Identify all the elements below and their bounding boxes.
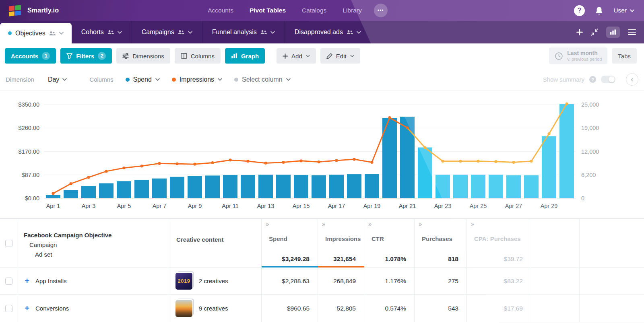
hierarchy-level-2: Ad set <box>35 250 168 259</box>
series-color-dot <box>126 78 130 82</box>
filters-count-badge: 2 <box>98 52 106 60</box>
summary-value: $3,249.28 <box>282 255 310 263</box>
tab-label: Funnel analysis <box>212 29 257 36</box>
people-icon <box>107 30 114 35</box>
tab-disapproved-ads[interactable]: Disapproved ads <box>285 21 371 43</box>
edit-button[interactable]: Edit <box>320 48 360 64</box>
help-tooltip-icon[interactable]: ? <box>589 76 596 83</box>
svg-text:Apr 17: Apr 17 <box>328 203 345 209</box>
tab-label: Objectives <box>15 30 45 37</box>
smartly-pivot-tables-page: Smartly.io AccountsPivot TablesCatalogsL… <box>0 0 644 323</box>
menu-hamburger-icon[interactable] <box>628 29 636 35</box>
expand-row-icon[interactable]: + <box>24 304 30 313</box>
smartly-logo-icon[interactable] <box>9 5 21 16</box>
nav-item-pivot-tables[interactable]: Pivot Tables <box>250 7 286 14</box>
user-menu[interactable]: User <box>613 7 634 14</box>
column-header-ctr: »CTR1.078% <box>364 219 415 267</box>
svg-text:$87.00: $87.00 <box>22 172 39 178</box>
clock-icon <box>555 52 563 60</box>
column-expand-icon[interactable]: » <box>322 220 325 227</box>
chart-area[interactable]: $350.00$260.00$170.00$87.00$0.0025,00019… <box>0 91 644 219</box>
controls-right: Show summary ? ‹ <box>543 73 638 86</box>
notifications-bell-icon[interactable] <box>595 6 603 15</box>
column-selector-select-column[interactable]: Select column <box>234 76 291 83</box>
svg-text:Apr 13: Apr 13 <box>257 203 275 209</box>
show-summary-label: Show summary <box>543 76 584 83</box>
columns-button[interactable]: Columns <box>175 48 221 64</box>
nav-item-catalogs[interactable]: Catalogs <box>302 7 326 14</box>
people-icon <box>49 31 56 36</box>
tab-campaigns[interactable]: Campaigns <box>132 21 202 43</box>
nav-item-library[interactable]: Library <box>343 7 361 14</box>
svg-text:Apr 19: Apr 19 <box>363 203 381 209</box>
creative-thumbnail[interactable] <box>175 300 192 317</box>
row-filler-end <box>580 267 644 295</box>
chevron-down-icon <box>118 31 122 34</box>
column-expand-icon[interactable]: » <box>266 220 269 227</box>
dimensions-button[interactable]: Dimensions <box>116 48 170 64</box>
collapse-panel-button[interactable]: ‹ <box>626 73 638 86</box>
dimension-select[interactable]: Day <box>48 76 67 83</box>
column-expand-icon[interactable]: » <box>368 220 372 227</box>
date-range-selector[interactable]: Last month v. previous period <box>549 47 607 64</box>
tab-cohorts[interactable]: Cohorts <box>72 21 132 43</box>
chart-view-icon[interactable] <box>606 27 620 38</box>
cell-cpa-purchases: $83.22 <box>467 267 531 295</box>
column-selector-spend[interactable]: Spend <box>126 76 160 83</box>
row-name-cell-conversions: +Conversions <box>18 295 168 322</box>
tab-label: Cohorts <box>81 29 104 36</box>
row-name-cell-app-installs: +App Installs <box>18 267 168 295</box>
row-hierarchy-header: Facebook Campaign ObjectiveCampaignAd se… <box>18 219 168 267</box>
row-filler <box>531 295 580 322</box>
tab-funnel-analysis[interactable]: Funnel analysis <box>202 21 285 43</box>
row-checkbox[interactable] <box>5 278 12 285</box>
filters-button[interactable]: Filters 2 <box>60 48 112 64</box>
nav-item-accounts[interactable]: Accounts <box>208 7 233 14</box>
chart-controls-row: Dimension Day Columns SpendImpressionsSe… <box>0 68 644 91</box>
hierarchy-level-0: Facebook Campaign Objective <box>24 230 168 240</box>
add-tab-icon[interactable] <box>576 29 583 35</box>
svg-text:$0.00: $0.00 <box>25 195 39 202</box>
svg-text:Apr 21: Apr 21 <box>399 203 416 209</box>
chevron-down-icon <box>357 31 361 34</box>
row-checkbox[interactable] <box>5 305 12 312</box>
svg-text:Apr 23: Apr 23 <box>434 203 452 209</box>
creative-content-label: Creative content <box>176 236 261 243</box>
expand-row-icon[interactable]: + <box>24 276 30 286</box>
accounts-button[interactable]: Accounts 1 <box>5 48 56 64</box>
svg-text:6,200: 6,200 <box>581 172 596 178</box>
more-menu-button[interactable]: ••• <box>374 4 388 17</box>
toolbar: Accounts 1 Filters 2 Dimensions Columns <box>0 43 644 68</box>
row-creative-cell: 20192 creatives <box>168 267 262 295</box>
summary-value: 1.078% <box>385 255 406 263</box>
top-bar: Smartly.io AccountsPivot TablesCatalogsL… <box>0 0 644 21</box>
row-select-cell <box>0 267 18 295</box>
period-comparison: v. previous period <box>567 57 602 62</box>
tabs-button[interactable]: Tabs <box>612 48 637 64</box>
column-label: CPA: Purchases <box>474 235 531 242</box>
user-label: User <box>613 7 627 14</box>
column-selector-impressions[interactable]: Impressions <box>172 76 222 83</box>
svg-text:19,000: 19,000 <box>581 125 599 131</box>
cell-value: 268,849 <box>333 278 356 285</box>
column-expand-icon[interactable]: » <box>471 220 474 227</box>
show-summary-toggle[interactable] <box>601 76 615 83</box>
collapse-view-icon[interactable] <box>591 29 598 36</box>
column-expand-icon[interactable]: » <box>419 220 422 227</box>
chevron-down-icon <box>306 55 310 57</box>
cell-spend: $960.65 <box>262 295 318 322</box>
select-all-checkbox[interactable] <box>5 240 12 247</box>
header-filler <box>531 219 580 267</box>
column-selectors: SpendImpressionsSelect column <box>114 76 291 83</box>
selector-label: Select column <box>242 76 283 83</box>
add-button[interactable]: Add <box>277 48 316 64</box>
svg-text:Apr 15: Apr 15 <box>293 203 310 209</box>
tab-objectives[interactable]: Objectives <box>0 23 72 43</box>
plus-icon <box>283 53 288 59</box>
creative-thumbnail[interactable]: 2019 <box>175 273 192 290</box>
selector-label: Spend <box>133 76 152 83</box>
svg-text:$350.00: $350.00 <box>19 101 39 108</box>
creatives-count: 2 creatives <box>199 278 228 284</box>
graph-button[interactable]: Graph <box>225 48 265 64</box>
help-icon[interactable]: ? <box>574 5 585 16</box>
